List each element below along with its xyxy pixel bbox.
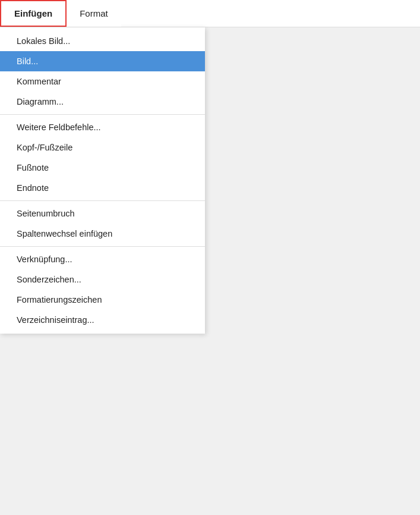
divider-1 <box>0 114 205 115</box>
menu-item-endnote[interactable]: Endnote <box>0 178 205 198</box>
menu-item-formatierungszeichen[interactable]: Formatierungszeichen <box>0 290 205 310</box>
tab-format[interactable]: Format <box>67 0 121 27</box>
menu-item-weitere-feldbefehle[interactable]: Weitere Feldbefehle... <box>0 117 205 137</box>
menu-item-bild[interactable]: Bild... <box>0 51 205 71</box>
menu-item-fussnote[interactable]: Fußnote <box>0 158 205 178</box>
dropdown-menu: Lokales Bild... Bild... Kommentar Diagra… <box>0 27 205 334</box>
divider-3 <box>0 246 205 247</box>
menu-item-kopf-fusszeile[interactable]: Kopf-/Fußzeile <box>0 137 205 158</box>
menu-item-lokales-bild[interactable]: Lokales Bild... <box>0 31 205 51</box>
menu-item-sonderzeichen[interactable]: Sonderzeichen... <box>0 269 205 290</box>
menu-bar: Einfügen Format <box>0 0 420 27</box>
menu-item-verzeichniseintrag[interactable]: Verzeichniseintrag... <box>0 310 205 330</box>
menu-item-verknuepfung[interactable]: Verknüpfung... <box>0 249 205 269</box>
menu-item-seitenumbruch[interactable]: Seitenumbruch <box>0 203 205 224</box>
menu-item-diagramm[interactable]: Diagramm... <box>0 92 205 112</box>
divider-2 <box>0 200 205 201</box>
menu-item-spaltenwechsel[interactable]: Spaltenwechsel einfügen <box>0 224 205 244</box>
tab-einfuegen[interactable]: Einfügen <box>0 0 67 27</box>
menu-item-kommentar[interactable]: Kommentar <box>0 71 205 92</box>
